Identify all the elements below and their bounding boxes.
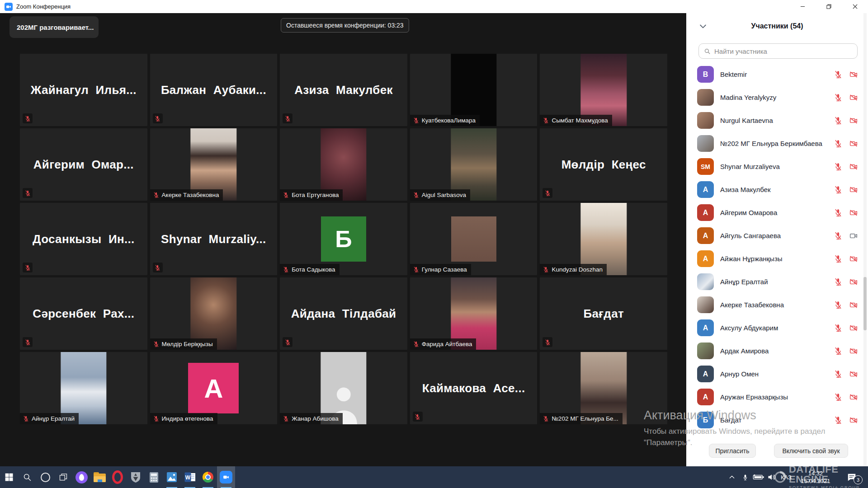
tile-name-label: Акерке Тазабековна [150, 189, 223, 201]
video-tile[interactable]: Aigul Sarbasova [410, 128, 538, 201]
video-off-icon [849, 139, 858, 148]
unmute-button[interactable]: Включить свой звук [774, 444, 848, 458]
participant-row[interactable]: Madina Yeralykyzy [686, 86, 863, 109]
participant-row[interactable]: BBektemir [686, 63, 863, 86]
video-tile[interactable]: Каймакова Асе... [410, 352, 538, 424]
chrome-taskbar-icon[interactable] [199, 466, 217, 488]
search-input[interactable] [713, 44, 851, 58]
video-off-icon [849, 393, 858, 402]
participant-row[interactable]: Айнұр Ералтай [686, 270, 863, 293]
taskbar: W КАЗ 14:32 15.04.2021 3 [0, 466, 868, 488]
restore-button[interactable] [816, 0, 842, 13]
avatar-letter: А [697, 389, 714, 405]
video-tile[interactable]: АИндира өтегенова [150, 352, 278, 424]
video-off-icon [849, 277, 858, 286]
video-tile[interactable]: Бағдат [540, 277, 667, 350]
word-taskbar-icon[interactable]: W [181, 466, 199, 488]
participant-row[interactable]: №202 МГ Ельнура Беркимбаева [686, 132, 863, 155]
cortana-taskbar-icon[interactable] [36, 466, 54, 488]
video-tile[interactable]: Айнұр Ералтай [20, 352, 147, 424]
muted-mic-icon [413, 117, 420, 124]
video-tile[interactable]: Жанар Абишова [280, 352, 407, 424]
tile-participant-name: Фарида Айтбаева [422, 341, 472, 347]
participant-status-icons [834, 416, 858, 425]
participants-header: Участники (54) [686, 13, 868, 39]
notification-badge: 3 [854, 475, 863, 484]
minimize-button[interactable] [789, 0, 816, 13]
video-tile[interactable]: Фарида Айтбаева [410, 277, 538, 350]
participant-row[interactable]: ААксулу Абдукарим [686, 316, 863, 339]
muted-mic-icon [283, 415, 289, 422]
muted-mic-icon [834, 277, 843, 286]
participant-row[interactable]: Акерке Тазабековна [686, 293, 863, 316]
video-tile[interactable]: Сымбат Махмудова [540, 54, 667, 126]
video-tile[interactable]: Акерке Тазабековна [150, 128, 278, 201]
task-view-taskbar-icon[interactable] [54, 466, 72, 488]
tray-battery-icon[interactable] [752, 466, 765, 488]
opera-taskbar-icon[interactable] [108, 466, 127, 488]
tray-chevron-up-icon[interactable] [728, 466, 736, 488]
participant-row[interactable]: ААйгерим Омарова [686, 201, 863, 224]
video-tile[interactable]: Shynar Murzaliy... [150, 203, 278, 275]
tile-participant-name: Жайнагул Илья... [20, 54, 147, 126]
tray-clock[interactable]: 14:32 15.04.2021 [795, 466, 836, 488]
participant-status-icons [834, 324, 858, 333]
invite-button[interactable]: Пригласить [709, 444, 756, 458]
photos-taskbar-icon[interactable] [163, 466, 181, 488]
calculator-taskbar-icon[interactable] [145, 466, 163, 488]
zoom-taskbar-icon[interactable] [217, 466, 235, 488]
participant-row[interactable]: ББағдат [686, 408, 863, 432]
tray-language-indicator[interactable]: КАЗ [778, 466, 794, 488]
avatar-letter: SM [697, 158, 714, 175]
participant-row[interactable]: ААружан Ерназарқызы [686, 385, 863, 408]
video-tile[interactable]: КуатбековаЛимара [410, 54, 538, 126]
tray-speaker-icon[interactable] [767, 466, 777, 488]
participant-status-icons [834, 162, 858, 171]
video-off-icon [849, 370, 858, 379]
participant-row[interactable]: ААйгуль Сангараева [686, 224, 863, 247]
participant-row[interactable]: ААзиза Макулбек [686, 178, 863, 201]
video-tile[interactable]: Айгерим Омар... [20, 128, 147, 201]
muted-mic-icon [413, 192, 420, 198]
avatar [697, 343, 714, 359]
video-tile[interactable]: Сәрсенбек Рах... [20, 277, 147, 350]
muted-mic-icon [542, 337, 552, 347]
video-tile[interactable]: Жайнагул Илья... [20, 54, 147, 126]
avatar-letter: А [697, 319, 714, 336]
video-tile[interactable]: Балжан Аубаки... [150, 54, 278, 126]
participant-row[interactable]: Ардак Амирова [686, 339, 863, 362]
panel-scrollbar-thumb[interactable] [863, 277, 867, 330]
video-tile[interactable]: ББота Садыкова [280, 203, 407, 275]
participant-row[interactable]: SMShynar Murzaliyeva [686, 155, 863, 178]
participant-row[interactable]: ААйжан Нұржанқызы [686, 247, 863, 270]
participant-status-icons [834, 116, 858, 125]
tile-participant-name: Мөлдір Кеңес [540, 128, 667, 201]
video-tile[interactable]: Айдана Тілдабай [280, 277, 407, 350]
tray-microphone-icon[interactable] [741, 466, 749, 488]
participant-row[interactable]: ААрнур Омен [686, 362, 863, 385]
video-tile[interactable]: Мөлдір Беріққызы [150, 277, 278, 350]
muted-mic-icon [834, 324, 843, 333]
search-taskbar-icon[interactable] [18, 466, 36, 488]
participant-row[interactable]: Nurgul Kartaevna [686, 109, 863, 132]
video-tile[interactable]: Kundyzai Doszhan [540, 203, 667, 275]
close-button[interactable] [842, 0, 868, 13]
video-tile[interactable]: Мөлдір Кеңес [540, 128, 667, 201]
video-tile[interactable]: №202 МГ Ельнура Бе... [540, 352, 667, 424]
video-feed: А [188, 363, 239, 413]
world-of-tanks-taskbar-icon[interactable] [127, 466, 145, 488]
egg-app-taskbar-icon[interactable] [72, 466, 90, 488]
participant-search-box [698, 43, 858, 59]
video-tile[interactable]: Досанкызы Ин... [20, 203, 147, 275]
video-tile[interactable]: Азиза Макулбек [280, 54, 407, 126]
file-explorer-taskbar-icon[interactable] [90, 466, 108, 488]
start-taskbar-icon[interactable] [0, 466, 18, 488]
tray-notifications-icon[interactable]: 3 [843, 466, 861, 488]
video-tile[interactable]: Гулнар Сазаева [410, 203, 538, 275]
tile-participant-name: Акерке Тазабековна [162, 192, 219, 198]
video-tile[interactable]: Бота Ертуганова [280, 128, 407, 201]
muted-mic-icon [542, 188, 552, 198]
muted-mic-icon [542, 415, 549, 422]
muted-mic-icon [542, 266, 549, 273]
muted-mic-icon [834, 370, 843, 379]
